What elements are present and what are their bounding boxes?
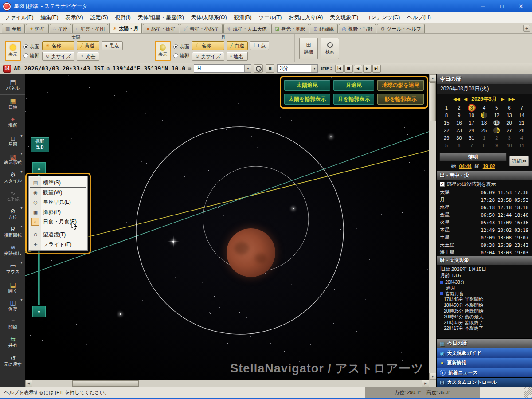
calendar-day[interactable]: 16 — [453, 119, 465, 126]
style-menu-item[interactable]: ✈ フライト(F) — [30, 239, 86, 249]
menu-item[interactable]: 天文現象(E) — [326, 13, 362, 22]
calendar-day[interactable]: 4 — [478, 104, 490, 111]
target-select[interactable]: 月 ▼ — [194, 64, 251, 73]
moon-toggle-button[interactable]: ▪ 地名 — [227, 52, 248, 61]
calendar-day[interactable]: 6 — [453, 142, 465, 149]
calendar-day[interactable]: 7 — [466, 142, 478, 149]
menu-item[interactable]: ツール(T) — [255, 13, 285, 22]
calendar-day[interactable]: 10 — [503, 142, 515, 149]
calendar-day[interactable]: 5 — [440, 142, 453, 149]
panel-header[interactable]: 今日の暦 — [437, 74, 532, 84]
moon-toggle-button[interactable]: ☾ 名称 — [192, 41, 224, 50]
calendar-day[interactable]: 8 — [478, 142, 490, 149]
calendar-day[interactable]: 23 — [453, 127, 465, 134]
zoom-out-button[interactable]: ▼ — [32, 306, 46, 317]
playback-button[interactable]: ■ — [344, 65, 353, 73]
sun-toggle-button[interactable]: ╱ 黄道 — [77, 41, 99, 50]
tracking-button[interactable]: 太陽を輪郭表示 — [284, 94, 330, 105]
panel-switch-button[interactable]: ⊞ カスタムコントロール — [437, 377, 532, 387]
style-menu-item[interactable]: ◎ 星座早見(L) — [30, 197, 86, 207]
style-menu-item[interactable] — [30, 227, 86, 230]
calendar-day[interactable]: 1 — [478, 134, 490, 141]
scrollbar-thumb[interactable] — [430, 82, 436, 121]
calendar-day[interactable]: 18 — [478, 119, 490, 126]
calendar-day[interactable]: 2 — [490, 134, 503, 141]
tracking-button[interactable]: 地球の影を追尾 — [377, 80, 424, 91]
sidebar-tool-item[interactable]: ▼ R 視野回転 — [0, 223, 25, 241]
sun-show-button[interactable]: 表示 — [5, 41, 21, 61]
ribbon-tab[interactable]: ● 惑星・衛星 — [143, 24, 179, 33]
time-step-select[interactable]: 3分 ▼ — [277, 64, 318, 73]
tracking-button[interactable]: 太陽追尾 — [284, 80, 330, 91]
show-planet-times-option[interactable]: ✓ 惑星の出没時刻を表示 — [437, 180, 532, 188]
calendar-day[interactable]: 6 — [503, 104, 515, 111]
twilight-detail-button[interactable]: 詳細≫ — [509, 156, 529, 166]
panel-switch-button[interactable]: ▦ 今日の暦 — [437, 338, 532, 348]
eclipsed-moon[interactable] — [227, 228, 275, 277]
sidebar-tool-item[interactable]: ▼ ▦ 日時 — [0, 94, 25, 113]
panel-switch-button[interactable]: ◉ 天文現象ガイド — [437, 348, 532, 358]
calendar-day[interactable]: 12 — [490, 112, 503, 119]
star-chart[interactable]: 視野 5.0 ▲ ▼ 太陽追尾月追尾地球の影を追尾太陽を輪郭表示月を輪郭表示影を… — [25, 74, 429, 380]
ribbon-tab[interactable]: ✦ 恒星 — [26, 24, 48, 33]
style-menu-item[interactable]: ◉ 観望(W) — [30, 188, 86, 197]
search-target-button[interactable] — [254, 64, 263, 73]
moon-render-radio[interactable]: 輪郭 — [173, 52, 189, 59]
ribbon-tab[interactable]: ⚙ ツール・ヘルプ — [377, 24, 425, 33]
sidebar-tool-item[interactable]: ▼ ≋ 光跡残し — [0, 241, 25, 259]
calendar-day[interactable]: 15 — [440, 119, 453, 126]
menu-item[interactable]: 表示(V) — [62, 13, 86, 22]
sun-render-radio[interactable]: 輪郭 — [23, 52, 39, 59]
calendar-day[interactable]: 7 — [516, 104, 528, 111]
sun-toggle-button[interactable]: ✦ 光芒 — [77, 52, 99, 61]
search-button[interactable]: 検索 — [321, 38, 339, 59]
tracking-button[interactable]: 月追尾 — [333, 80, 374, 91]
menu-item[interactable]: ファイル(F) — [1, 13, 37, 22]
horizontal-scrollbar[interactable]: ◀ ▶ — [25, 380, 429, 387]
close-button[interactable]: ✕ — [513, 1, 529, 11]
calendar-day[interactable]: 27 — [503, 127, 515, 134]
target-list-button[interactable]: ≡ — [266, 64, 274, 73]
next-month-button[interactable]: ▶ — [501, 97, 505, 102]
moon-render-radio[interactable]: 表面 — [173, 43, 189, 50]
ribbon-tab[interactable]: ☄ 彗星・小惑星 — [180, 24, 223, 33]
tracking-button[interactable]: 影を輪郭表示 — [377, 94, 424, 105]
moon-toggle-button[interactable]: L L点 — [250, 41, 269, 50]
sidebar-tool-item[interactable]: ▼ ⌖ 場所 — [0, 113, 25, 131]
sidebar-tool-item[interactable]: ▼ ≡ 印刷 — [0, 314, 25, 332]
ribbon-tab[interactable]: ◎ 視野・写野 — [339, 24, 376, 33]
calendar-day[interactable]: 17 — [466, 119, 478, 126]
ribbon-tab[interactable]: ▦ 全般 — [2, 24, 25, 33]
calendar-day[interactable]: 1 — [440, 104, 453, 111]
menu-item[interactable]: コンテンツ(C) — [362, 13, 403, 22]
playback-button[interactable]: ▶ — [363, 65, 372, 73]
calendar-day[interactable]: 11 — [478, 112, 490, 119]
calendar-day[interactable]: 28 — [516, 127, 528, 134]
menu-item[interactable]: 視野(I) — [111, 13, 134, 22]
panel-switch-button[interactable]: i 新着ニュース — [437, 368, 532, 377]
menu-item[interactable]: ヘルプ(H) — [403, 13, 434, 22]
star-chart-viewport[interactable]: 視野 5.0 ▲ ▼ 太陽追尾月追尾地球の影を追尾太陽を輪郭表示月を輪郭表示影を… — [25, 74, 436, 387]
calendar-day[interactable]: 30 — [453, 134, 465, 141]
moon-toggle-button[interactable]: ⊙ 実サイズ — [192, 52, 224, 61]
calendar-day[interactable]: 3 — [466, 104, 478, 111]
menu-item[interactable]: 天体/恒星・星座(R) — [134, 13, 188, 22]
calendar-day[interactable]: 20 — [503, 119, 515, 126]
playback-button[interactable]: |◀ — [335, 65, 344, 73]
calendar-day[interactable]: 31 — [466, 134, 478, 141]
zoom-in-button[interactable]: ▲ — [32, 162, 46, 174]
ribbon-tab[interactable]: ∴ 星座 — [50, 24, 71, 33]
next-year-button[interactable]: ▶▶ — [508, 97, 515, 102]
playback-button[interactable]: ▶| — [372, 65, 381, 73]
calendar-day[interactable]: 11 — [516, 142, 528, 149]
playback-button[interactable]: ◀ — [354, 65, 362, 73]
maximize-button[interactable]: □ — [494, 1, 510, 11]
scrollbar-thumb[interactable] — [72, 380, 139, 387]
ribbon-tab[interactable]: ◪ 昼光・地形 — [271, 24, 309, 33]
menu-item[interactable]: お気に入り(A) — [285, 13, 326, 22]
menu-item[interactable]: 設定(S) — [86, 13, 111, 22]
moon-show-button[interactable]: 表示 — [155, 41, 171, 61]
calendar-day[interactable]: 13 — [503, 112, 515, 119]
calendar-day[interactable]: 5 — [490, 104, 503, 111]
step-spinner-icon[interactable]: ▲▼ — [330, 66, 332, 71]
